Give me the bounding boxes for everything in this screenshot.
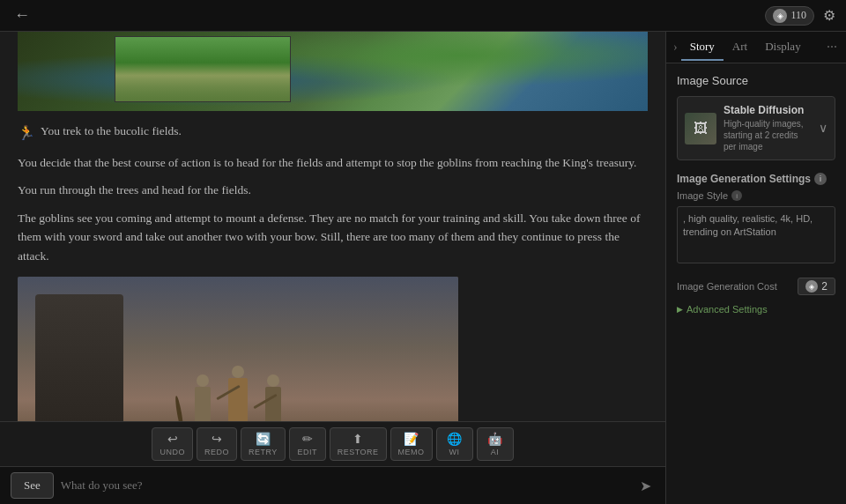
image-source-card[interactable]: 🖼 Stable Diffusion High-quality images, …: [677, 96, 835, 160]
source-chevron-icon: ∨: [819, 121, 827, 136]
story-image-top: [18, 32, 648, 111]
source-info: Stable Diffusion High-quality images, st…: [724, 104, 812, 152]
settings-info-icon[interactable]: i: [814, 173, 827, 185]
style-textarea[interactable]: , high quality, realistic, 4k, HD, trend…: [677, 206, 835, 263]
story-para1: You decide that the best course of actio…: [18, 153, 648, 173]
story-text: 🏃 You trek to the bucolic fields. You de…: [18, 122, 648, 266]
cost-value: ◈ 2: [798, 278, 835, 295]
story-para3: The goblins see you coming and attempt t…: [18, 209, 648, 266]
cost-icon: ◈: [805, 280, 818, 293]
right-panel: › Story Art Display ··· Image Source 🖼 S…: [665, 32, 846, 504]
image-style-text: Image Style: [677, 190, 728, 201]
advanced-arrow-icon: ▶: [677, 305, 683, 314]
retry-button[interactable]: 🔄 RETRY: [241, 427, 286, 461]
panel-chevron-icon[interactable]: ›: [670, 37, 681, 58]
image-source-title: Image Source: [677, 74, 835, 87]
tab-story[interactable]: Story: [681, 34, 724, 61]
story-image-battle: [18, 277, 458, 421]
right-tabs: › Story Art Display ···: [666, 32, 846, 63]
restore-label: RESTORE: [338, 448, 379, 456]
input-bar: See ➤: [0, 466, 665, 504]
retry-icon: 🔄: [256, 432, 271, 446]
story-para2: You run through the trees and head for t…: [18, 181, 648, 200]
cost-number: 2: [821, 280, 827, 293]
image-style-label: Image Style i: [677, 190, 835, 201]
redo-button[interactable]: ↪ REDO: [197, 427, 237, 461]
source-thumb: 🖼: [685, 113, 716, 145]
cost-label: Image Generation Cost: [677, 281, 777, 292]
tab-display[interactable]: Display: [756, 34, 809, 61]
retry-label: RETRY: [249, 448, 278, 456]
advanced-label: Advanced Settings: [686, 304, 768, 315]
ai-icon: 🤖: [487, 432, 502, 446]
story-panel: 🏃 You trek to the bucolic fields. You de…: [0, 32, 665, 504]
figure-body-2: [228, 378, 248, 421]
tab-more-icon[interactable]: ···: [821, 36, 842, 59]
restore-button[interactable]: ⬆ RESTORE: [330, 427, 387, 461]
action-line: 🏃 You trek to the bucolic fields.: [18, 122, 648, 145]
edit-label: EDIT: [297, 448, 317, 456]
undo-icon: ↩: [167, 432, 178, 446]
story-content: 🏃 You trek to the bucolic fields. You de…: [0, 32, 665, 421]
wi-button[interactable]: 🌐 WI: [436, 427, 473, 461]
memo-icon: 📝: [404, 432, 419, 446]
top-bar: ← ◈ 110 ⚙: [0, 0, 846, 32]
ai-button[interactable]: 🤖 AI: [477, 427, 514, 461]
top-bar-left: ←: [11, 6, 33, 25]
token-count: 110: [790, 9, 806, 22]
figure-1: [195, 387, 211, 421]
edit-button[interactable]: ✏ EDIT: [289, 427, 326, 461]
restore-icon: ⬆: [352, 432, 363, 446]
edit-icon: ✏: [302, 432, 313, 446]
token-badge: ◈ 110: [765, 6, 814, 26]
right-panel-body: Image Source 🖼 Stable Diffusion High-qua…: [666, 63, 846, 504]
settings-title-text: Image Generation Settings: [677, 173, 811, 185]
figure-body-3: [265, 387, 281, 421]
token-icon: ◈: [773, 9, 787, 23]
action-text: You trek to the bucolic fields.: [41, 122, 182, 141]
source-desc: High-quality images, starting at 2 credi…: [724, 118, 812, 152]
cost-row: Image Generation Cost ◈ 2: [677, 278, 835, 295]
source-name: Stable Diffusion: [724, 104, 812, 116]
action-icon: 🏃: [18, 122, 35, 145]
send-button[interactable]: ➤: [636, 474, 655, 498]
wi-label: WI: [449, 448, 460, 456]
story-toolbar: ↩ UNDO ↪ REDO 🔄 RETRY ✏ EDIT ⬆ RESTORE 📝: [0, 421, 665, 466]
left-figure: [35, 294, 123, 421]
story-input[interactable]: [61, 475, 629, 496]
settings-title: Image Generation Settings i: [677, 173, 835, 185]
settings-button[interactable]: ⚙: [823, 7, 835, 24]
memo-button[interactable]: 📝 MEMO: [390, 427, 433, 461]
top-bar-right: ◈ 110 ⚙: [765, 6, 835, 26]
redo-label: REDO: [204, 448, 229, 456]
see-button[interactable]: See: [11, 472, 54, 499]
undo-button[interactable]: ↩ UNDO: [152, 427, 193, 461]
figure-3: [265, 387, 281, 421]
redo-icon: ↪: [212, 432, 222, 446]
figure-2: [228, 378, 248, 421]
main-layout: 🏃 You trek to the bucolic fields. You de…: [0, 32, 846, 504]
tab-art[interactable]: Art: [724, 34, 756, 61]
style-info-icon[interactable]: i: [731, 190, 742, 201]
memo-label: MEMO: [398, 448, 425, 456]
undo-label: UNDO: [160, 448, 185, 456]
wi-icon: 🌐: [447, 432, 462, 446]
figure-body-1: [195, 387, 211, 421]
ai-label: AI: [491, 448, 500, 456]
pixel-art-image: [115, 36, 291, 102]
battle-figures: [195, 378, 281, 421]
advanced-settings-link[interactable]: ▶ Advanced Settings: [677, 304, 835, 315]
back-button[interactable]: ←: [11, 6, 33, 25]
